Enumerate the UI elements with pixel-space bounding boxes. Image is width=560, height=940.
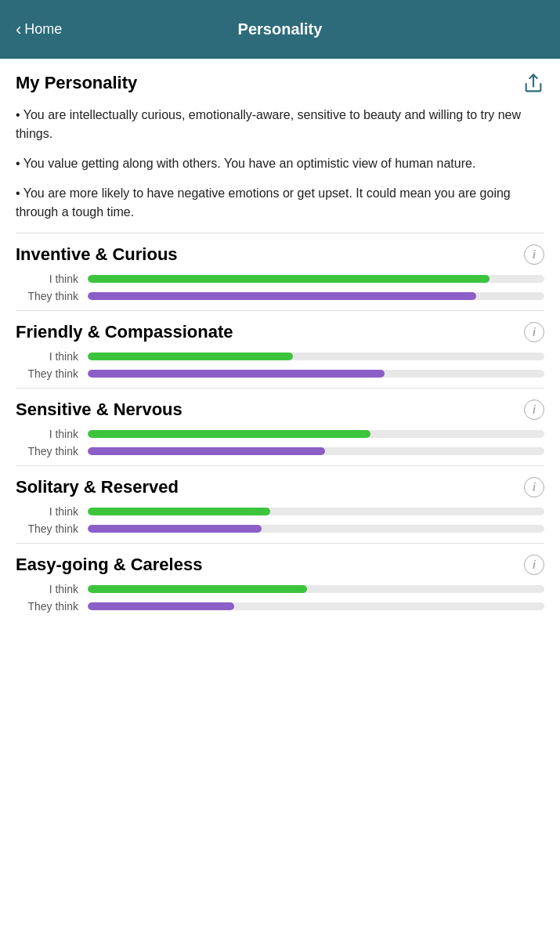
info-icon-0[interactable]: i: [524, 244, 544, 265]
trait-section-1: Friendly & Compassionate i I think They …: [16, 310, 544, 380]
i-think-fill-1: [88, 352, 293, 360]
they-think-row-3: They think: [16, 522, 544, 535]
content-area: My Personality • You are intellectually …: [0, 59, 560, 633]
i-think-label-4: I think: [16, 583, 78, 595]
they-think-label-3: They think: [16, 522, 78, 535]
traits-container: Inventive & Curious i I think They think…: [16, 233, 544, 613]
they-think-fill-3: [88, 525, 262, 533]
i-think-label-2: I think: [16, 428, 78, 440]
trait-section-4: Easy-going & Careless i I think They thi…: [16, 543, 544, 613]
i-think-row-1: I think: [16, 350, 544, 363]
trait-title-2: Sensitive & Nervous: [16, 400, 182, 420]
header: ‹ Home Personality: [0, 0, 560, 59]
trait-header-4: Easy-going & Careless i: [16, 555, 544, 575]
i-think-fill-4: [88, 585, 307, 593]
i-think-row-2: I think: [16, 428, 544, 440]
trait-title-0: Inventive & Curious: [16, 244, 178, 265]
info-icon-1[interactable]: i: [524, 322, 544, 342]
trait-header-0: Inventive & Curious i: [16, 244, 544, 265]
they-think-row-4: They think: [16, 600, 544, 613]
they-think-row-0: They think: [16, 290, 544, 302]
they-think-fill-2: [88, 447, 325, 455]
trait-title-4: Easy-going & Careless: [16, 555, 202, 575]
they-think-label-0: They think: [16, 290, 78, 302]
i-think-label-1: I think: [16, 350, 78, 363]
trait-header-2: Sensitive & Nervous i: [16, 400, 544, 420]
they-think-label-1: They think: [16, 367, 78, 380]
they-think-fill-1: [88, 370, 385, 378]
i-think-track-4: [88, 585, 544, 593]
i-think-track-1: [88, 352, 544, 360]
i-think-row-3: I think: [16, 505, 544, 518]
they-think-label-4: They think: [16, 600, 78, 613]
back-button[interactable]: ‹ Home: [16, 20, 62, 40]
i-think-track-3: [88, 508, 544, 515]
bullet-1: • You are intellectually curious, emotio…: [16, 106, 544, 143]
i-think-fill-0: [88, 275, 490, 283]
i-think-fill-2: [88, 430, 370, 438]
they-think-row-2: They think: [16, 445, 544, 457]
trait-section-3: Solitary & Reserved i I think They think: [16, 465, 544, 535]
they-think-track-1: [88, 370, 544, 378]
trait-title-1: Friendly & Compassionate: [16, 322, 233, 342]
they-think-fill-4: [88, 602, 234, 610]
share-icon[interactable]: [522, 73, 544, 95]
bullet-2: • You value getting along with others. Y…: [16, 154, 544, 173]
trait-header-1: Friendly & Compassionate i: [16, 322, 544, 342]
i-think-track-2: [88, 430, 544, 438]
they-think-track-0: [88, 292, 544, 300]
they-think-track-2: [88, 447, 544, 455]
they-think-fill-0: [88, 292, 476, 300]
page-title: Personality: [238, 20, 323, 38]
back-chevron-icon: ‹: [16, 20, 21, 40]
i-think-row-4: I think: [16, 583, 544, 595]
info-icon-2[interactable]: i: [524, 400, 544, 420]
my-personality-title: My Personality: [16, 73, 137, 93]
trait-section-0: Inventive & Curious i I think They think: [16, 233, 544, 302]
info-icon-3[interactable]: i: [524, 477, 544, 497]
they-think-track-4: [88, 602, 544, 610]
they-think-label-2: They think: [16, 445, 78, 457]
trait-section-2: Sensitive & Nervous i I think They think: [16, 388, 544, 457]
i-think-row-0: I think: [16, 273, 544, 285]
they-think-track-3: [88, 525, 544, 533]
my-personality-header: My Personality: [16, 73, 544, 95]
trait-header-3: Solitary & Reserved i: [16, 477, 544, 497]
i-think-track-0: [88, 275, 544, 283]
they-think-row-1: They think: [16, 367, 544, 380]
trait-title-3: Solitary & Reserved: [16, 477, 179, 497]
i-think-fill-3: [88, 508, 270, 515]
bullet-3: • You are more likely to have negative e…: [16, 184, 544, 222]
back-label: Home: [24, 21, 62, 38]
i-think-label-3: I think: [16, 505, 78, 518]
info-icon-4[interactable]: i: [524, 555, 544, 575]
i-think-label-0: I think: [16, 273, 78, 285]
